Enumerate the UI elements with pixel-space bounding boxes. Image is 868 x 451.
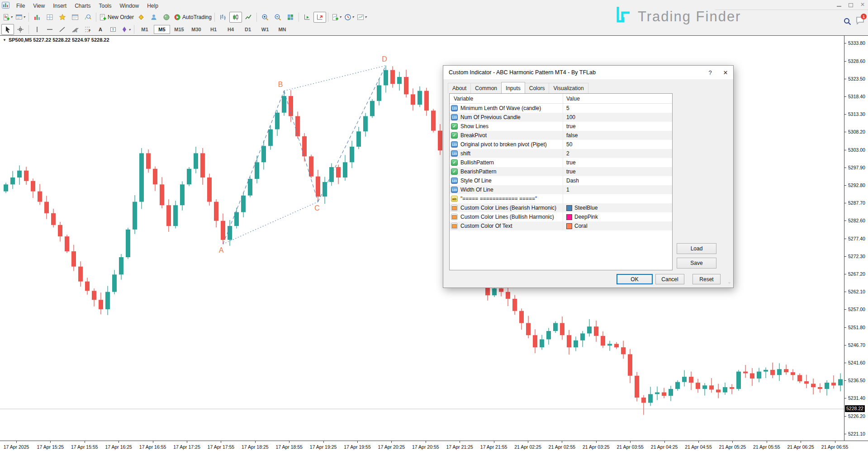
pattern-label-c[interactable]: C [314,204,320,212]
line-chart-button[interactable] [242,12,255,23]
menu-item-tools[interactable]: Tools [95,1,116,10]
indicators-button[interactable]: ▾ [330,12,343,23]
new-chart-button[interactable]: ▾ [1,12,14,23]
templates-button[interactable]: ▾ [356,12,368,23]
pattern-label-a[interactable]: A [219,246,224,254]
ok-button[interactable]: OK [617,274,653,284]
news-button[interactable] [160,12,173,23]
tab-about[interactable]: About [448,83,471,93]
value-cell[interactable]: 1 [563,185,672,194]
terminal-button[interactable] [69,12,81,23]
tab-colors[interactable]: Colors [525,83,550,93]
reset-button[interactable]: Reset [693,274,721,284]
table-row-shift[interactable]: 123shift2 [450,149,672,158]
time-axis[interactable]: 17 Apr 202517 Apr 15:2517 Apr 15:5517 Ap… [0,441,868,451]
timeframe-m5[interactable]: M5 [154,25,170,34]
close-window-icon[interactable]: ✕ [860,2,865,7]
timeframe-m1[interactable]: M1 [137,25,153,34]
dialog-titlebar[interactable]: Custom Indicator - ABC Harmonic Pattern … [443,66,733,79]
value-cell[interactable]: DeepPink [563,212,672,221]
menu-item-charts[interactable]: Charts [71,1,95,10]
cursor-tool-button[interactable] [1,24,14,35]
table-row-custom-color-of-text[interactable]: Custom Color Of TextCoral [450,221,672,230]
zoom-in-button[interactable] [259,12,271,23]
crosshair-tool-button[interactable] [14,24,27,35]
table-row-custom-color-lines-bullish-harmonic[interactable]: Custom Color Lines (Bullish Harmonic)Dee… [450,212,672,221]
timeframe-h4[interactable]: H4 [223,25,239,34]
table-row-[interactable]: ab"===== ============ =====" [450,194,672,203]
value-cell[interactable] [563,194,672,203]
pattern-label-d[interactable]: D [382,55,387,63]
profiles-button[interactable]: ▾ [14,12,27,23]
menu-item-view[interactable]: View [29,1,49,10]
search-icon[interactable] [844,18,851,25]
price-axis[interactable]: 5228.22 5333.805328.605323.505318.405313… [844,36,868,441]
menu-item-file[interactable]: File [12,1,29,10]
value-cell[interactable]: 2 [563,149,672,158]
text-tool-button[interactable]: A [94,24,107,35]
table-row-width-of-line[interactable]: 123Width Of Line1 [450,185,672,194]
timeframe-mn[interactable]: MN [274,25,290,34]
chat-button[interactable]: 1 [856,16,864,26]
menu-item-insert[interactable]: Insert [49,1,71,10]
tab-common[interactable]: Common [470,83,502,93]
tab-visualization[interactable]: Visualization [549,83,588,93]
community-button[interactable] [147,12,160,23]
cancel-button[interactable]: Cancel [655,274,684,284]
tab-inputs[interactable]: Inputs [501,82,525,93]
value-cell[interactable]: 5 [563,104,672,113]
zoom-out-button[interactable] [271,12,284,23]
value-cell[interactable]: true [563,158,672,167]
tile-windows-button[interactable] [284,12,297,23]
chart-shift-button[interactable] [313,12,326,23]
value-cell[interactable]: SteelBlue [563,203,672,212]
value-cell[interactable]: 100 [563,113,672,122]
table-row-show-lines[interactable]: ✓Show Linestrue [450,122,672,131]
data-window-button[interactable] [43,12,56,23]
candlestick-chart-button[interactable] [229,12,242,23]
restore-icon[interactable] [849,3,853,7]
vertical-line-tool-button[interactable] [31,24,43,35]
dialog-resize-grip[interactable]: ⁘ [728,282,732,287]
value-cell[interactable]: 50 [563,140,672,149]
shapes-tool-button[interactable]: ▾ [119,24,132,35]
channel-tool-button[interactable]: E [69,24,81,35]
table-row-num-of-previous-candle[interactable]: 123Num Of Previous Candle100 [450,113,672,122]
chart-dropdown-icon[interactable]: ▼ [3,38,6,42]
load-button[interactable]: Load [677,243,716,254]
menu-item-help[interactable]: Help [143,1,162,10]
bar-chart-button[interactable] [217,12,229,23]
timeframe-d1[interactable]: D1 [240,25,256,34]
table-row-bearishpattern[interactable]: ✓BearishPatterntrue [450,167,672,176]
table-row-minimum-lenth-of-wave-candle[interactable]: 123Minimum Lenth Of Wave (candle)5 [450,104,672,113]
text-label-tool-button[interactable]: T [107,24,119,35]
metaeditor-button[interactable] [135,12,147,23]
dialog-close-button[interactable]: ✕ [718,67,733,78]
periods-button[interactable]: ▾ [343,12,356,23]
value-cell[interactable]: Coral [563,221,672,230]
save-button[interactable]: Save [677,258,716,269]
value-cell[interactable]: true [563,167,672,176]
table-row-bullishpattern[interactable]: ✓BullishPatterntrue [450,158,672,167]
new-order-button[interactable]: New Order [98,12,135,23]
timeframe-w1[interactable]: W1 [257,25,273,34]
value-cell[interactable]: Dash [563,176,672,185]
strategy-tester-button[interactable] [81,12,94,23]
table-row-original-pivot-to-broken-pivot-pipet[interactable]: 123Original pivot to broken pivot (Pipet… [450,140,672,149]
fibonacci-tool-button[interactable]: F [81,24,94,35]
value-cell[interactable]: false [563,131,672,140]
table-row-breakpivot[interactable]: ✓BreakPivotfalse [450,131,672,140]
timeframe-m15[interactable]: M15 [171,25,187,34]
auto-scroll-button[interactable] [301,12,313,23]
trendline-tool-button[interactable] [56,24,69,35]
horizontal-line-tool-button[interactable] [43,24,56,35]
navigator-button[interactable] [56,12,69,23]
minimize-icon[interactable] [837,2,841,7]
market-watch-button[interactable] [31,12,43,23]
timeframe-m30[interactable]: M30 [188,25,204,34]
autotrading-button[interactable]: AutoTrading [173,12,213,23]
table-row-style-of-line[interactable]: 123Style Of LineDash [450,176,672,185]
pattern-label-b[interactable]: B [278,81,283,88]
menu-item-window[interactable]: Window [116,1,143,10]
timeframe-h1[interactable]: H1 [205,25,222,34]
